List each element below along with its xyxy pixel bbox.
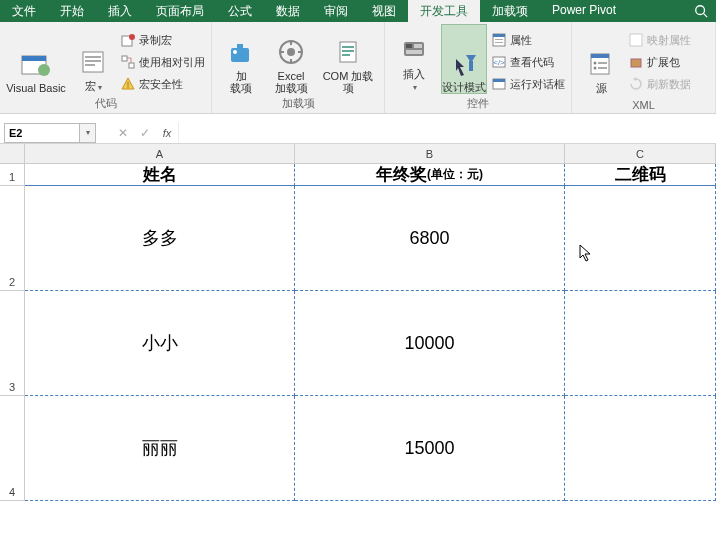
col-header-b[interactable]: B: [295, 144, 565, 163]
svg-rect-11: [122, 56, 127, 61]
tab-page-layout[interactable]: 页面布局: [144, 0, 216, 22]
svg-text:!: !: [127, 80, 130, 90]
svg-rect-25: [406, 50, 422, 54]
svg-text:</>: </>: [493, 58, 505, 67]
use-relative-button[interactable]: 使用相对引用: [120, 52, 205, 72]
group-xml: 源 映射属性 扩展包 刷新数据 XML: [572, 22, 716, 113]
cell-c3[interactable]: [565, 291, 716, 396]
group-controls-label: 控件: [391, 94, 565, 113]
visual-basic-button[interactable]: Visual Basic: [6, 24, 66, 94]
svg-rect-42: [631, 59, 641, 67]
search-icon[interactable]: [692, 2, 710, 20]
svg-rect-36: [591, 54, 609, 58]
view-code-button[interactable]: </> 查看代码: [491, 52, 565, 72]
name-box-dropdown[interactable]: ▾: [80, 123, 96, 143]
properties-icon: [491, 32, 507, 48]
col-header-c[interactable]: C: [565, 144, 716, 163]
formula-input[interactable]: [178, 122, 716, 143]
xml-source-button[interactable]: 源: [578, 24, 624, 94]
col-header-a[interactable]: A: [25, 144, 295, 163]
svg-rect-12: [129, 63, 134, 68]
com-addins-button[interactable]: COM 加载项: [318, 24, 378, 94]
svg-rect-19: [342, 46, 354, 48]
tab-review[interactable]: 审阅: [312, 0, 360, 22]
run-dialog-button[interactable]: 运行对话框: [491, 74, 565, 94]
cell-b4[interactable]: 15000: [295, 396, 565, 501]
map-props-icon: [628, 32, 644, 48]
title-bar-right: [692, 0, 716, 22]
fx-button[interactable]: fx: [156, 123, 178, 143]
confirm-formula-button[interactable]: ✓: [134, 123, 156, 143]
svg-point-4: [38, 64, 50, 76]
svg-rect-38: [598, 62, 607, 64]
refresh-data-button[interactable]: 刷新数据: [628, 74, 691, 94]
cell-a3[interactable]: 小小: [25, 291, 295, 396]
refresh-icon: [628, 76, 644, 92]
cell-a4[interactable]: 丽丽: [25, 396, 295, 501]
run-dialog-icon: [491, 76, 507, 92]
svg-point-17: [287, 48, 295, 56]
tab-powerpivot[interactable]: Power Pivot: [540, 0, 628, 22]
cell-a2[interactable]: 多多: [25, 186, 295, 291]
tab-home[interactable]: 开始: [48, 0, 96, 22]
com-addins-icon: [332, 36, 364, 68]
worksheet-grid[interactable]: A B C 1 2 3 4 姓名 年终奖(单位：元) 二维码 多多 6800 小…: [0, 144, 716, 501]
name-box[interactable]: E2: [4, 123, 80, 143]
svg-rect-30: [495, 42, 503, 43]
ribbon-tabs: 文件 开始 插入 页面布局 公式 数据 审阅 视图 开发工具 加载项 Power…: [0, 0, 716, 22]
tab-data[interactable]: 数据: [264, 0, 312, 22]
cell-b3[interactable]: 10000: [295, 291, 565, 396]
row-header-2[interactable]: 2: [0, 186, 25, 291]
chevron-down-icon: ▾: [98, 83, 102, 92]
properties-button[interactable]: 属性: [491, 30, 565, 50]
cell-b1[interactable]: 年终奖(单位：元): [295, 164, 565, 186]
cell-c4[interactable]: [565, 396, 716, 501]
macros-icon: [77, 46, 109, 78]
insert-control-icon: [398, 34, 430, 66]
svg-rect-3: [22, 56, 46, 61]
cell-b2[interactable]: 6800: [295, 186, 565, 291]
design-mode-button[interactable]: 设计模式: [441, 24, 487, 94]
macro-security-button[interactable]: ! 宏安全性: [120, 74, 205, 94]
tab-developer[interactable]: 开发工具: [408, 0, 480, 22]
tab-view[interactable]: 视图: [360, 0, 408, 22]
cancel-formula-button[interactable]: ✕: [112, 123, 134, 143]
tab-file[interactable]: 文件: [0, 0, 48, 22]
group-xml-label: XML: [578, 97, 709, 113]
svg-rect-41: [630, 34, 642, 46]
tab-insert[interactable]: 插入: [96, 0, 144, 22]
svg-rect-24: [414, 44, 422, 48]
expansion-icon: [628, 54, 644, 70]
row-header-3[interactable]: 3: [0, 291, 25, 396]
expansion-pack-button[interactable]: 扩展包: [628, 52, 691, 72]
addins-button[interactable]: 加 载项: [218, 24, 264, 94]
ribbon: Visual Basic 宏▾ 录制宏 使用相对引用 !: [0, 22, 716, 114]
map-properties-button[interactable]: 映射属性: [628, 30, 691, 50]
svg-rect-14: [231, 48, 249, 62]
svg-rect-21: [342, 54, 350, 56]
svg-rect-26: [469, 61, 473, 71]
select-all-corner[interactable]: [0, 144, 25, 164]
addins-icon: [225, 36, 257, 68]
group-code: Visual Basic 宏▾ 录制宏 使用相对引用 !: [0, 22, 212, 113]
row-headers: 1 2 3 4: [0, 164, 25, 501]
warning-icon: !: [120, 76, 136, 92]
row-header-1[interactable]: 1: [0, 164, 25, 186]
column-headers: A B C: [25, 144, 716, 164]
view-code-icon: </>: [491, 54, 507, 70]
svg-rect-28: [493, 34, 505, 37]
tab-formulas[interactable]: 公式: [216, 0, 264, 22]
record-macro-button[interactable]: 录制宏: [120, 30, 205, 50]
row-header-4[interactable]: 4: [0, 396, 25, 501]
cell-c2[interactable]: [565, 186, 716, 291]
tab-addins[interactable]: 加载项: [480, 0, 540, 22]
excel-addins-button[interactable]: Excel 加载项: [268, 24, 314, 94]
excel-addins-icon: [275, 36, 307, 68]
cell-a1[interactable]: 姓名: [25, 164, 295, 186]
insert-control-button[interactable]: 插入▾: [391, 24, 437, 94]
design-mode-icon: [448, 47, 480, 79]
group-code-label: 代码: [6, 94, 205, 113]
macros-button[interactable]: 宏▾: [70, 24, 116, 94]
vb-icon: [20, 48, 52, 80]
cell-c1[interactable]: 二维码: [565, 164, 716, 186]
